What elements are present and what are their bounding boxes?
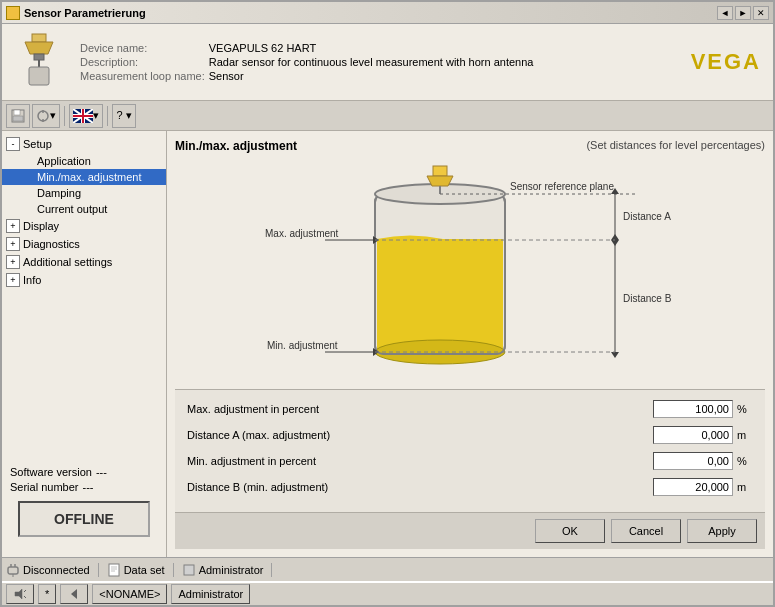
asterisk-btn[interactable]: * (38, 584, 56, 604)
description-value: Radar sensor for continuous level measur… (209, 55, 538, 69)
connection-status: Disconnected (6, 563, 99, 577)
sidebar-item-additional[interactable]: + Additional settings (2, 253, 166, 271)
software-version-row: Software version --- (10, 466, 158, 478)
diagram-svg-area: Sensor reference plane Distance A Distan… (175, 157, 765, 381)
dist-a-input-wrap: m (653, 426, 753, 444)
min-pct-input[interactable] (653, 452, 733, 470)
tools-icon (36, 109, 50, 123)
sidebar-item-damping[interactable]: Damping (2, 185, 166, 201)
toolbar: ▾ ▾ ? ▾ (2, 101, 773, 131)
diagram-area: Min./max. adjustment (Set distances for … (175, 139, 765, 381)
min-pct-label: Min. adjustment in percent (187, 455, 653, 467)
noname-label: <NONAME> (99, 588, 160, 600)
svg-rect-6 (14, 110, 20, 115)
svg-line-49 (24, 590, 26, 592)
min-pct-input-wrap: % (653, 452, 753, 470)
dist-b-unit: m (737, 481, 753, 493)
expand-display[interactable]: + (6, 219, 20, 233)
max-pct-input[interactable] (653, 400, 733, 418)
taskbar-admin-btn[interactable]: Administrator (171, 584, 250, 604)
expand-setup[interactable]: - (6, 137, 20, 151)
form-row-2: Distance A (max. adjustment) m (187, 426, 753, 444)
diagram-header: Min./max. adjustment (Set distances for … (175, 139, 765, 153)
sidebar-item-current[interactable]: Current output (2, 201, 166, 217)
dist-b-input[interactable] (653, 478, 733, 496)
apply-button[interactable]: Apply (687, 519, 757, 543)
expand-info[interactable]: + (6, 273, 20, 287)
main-panel: Min./max. adjustment (Set distances for … (167, 131, 773, 557)
admin-label: Administrator (199, 564, 264, 576)
save-button[interactable] (6, 104, 30, 128)
disconnected-icon (6, 563, 20, 577)
max-adj-text: Max. adjustment (265, 228, 339, 239)
svg-rect-47 (184, 565, 194, 575)
ok-button[interactable]: OK (535, 519, 605, 543)
status-bar: Disconnected Data set Administrator (2, 557, 773, 581)
dist-b-input-wrap: m (653, 478, 753, 496)
dist-b-label: Distance B (min. adjustment) (187, 481, 653, 493)
sidebar-item-application[interactable]: Application (2, 153, 166, 169)
device-name-value: VEGAPULS 62 HART (209, 41, 538, 55)
taskbar-admin-label: Administrator (178, 588, 243, 600)
title-bar-left: Sensor Parametrierung (6, 6, 146, 20)
device-name-label: Device name: (80, 41, 209, 55)
svg-marker-1 (25, 42, 53, 54)
doc-icon (107, 563, 121, 577)
back-icon (67, 587, 81, 601)
sidebar-item-setup[interactable]: - Setup (2, 135, 166, 153)
svg-rect-4 (29, 67, 49, 85)
sidebar-item-info[interactable]: + Info (2, 271, 166, 289)
sidebar-footer: Software version --- Serial number --- O… (2, 458, 166, 553)
dist-a-text: Distance A (623, 211, 671, 222)
taskbar: * <NONAME> Administrator (2, 581, 773, 605)
expand-additional[interactable]: + (6, 255, 20, 269)
language-button[interactable]: ▾ (69, 104, 103, 128)
admin-status: Administrator (182, 563, 273, 577)
back-nav-btn[interactable] (60, 584, 88, 604)
serial-number-row: Serial number --- (10, 481, 158, 493)
content-area: - Setup Application Min./max. adjustment… (2, 131, 773, 557)
sensor-icon (14, 32, 64, 92)
button-row: OK Cancel Apply (175, 512, 765, 549)
dist-b-text: Distance B (623, 293, 672, 304)
max-pct-label: Max. adjustment in percent (187, 403, 653, 415)
svg-rect-39 (8, 567, 18, 574)
dist-a-unit: m (737, 429, 753, 441)
max-pct-unit: % (737, 403, 753, 415)
svg-rect-23 (433, 166, 447, 176)
sensor-ref-text: Sensor reference plane (510, 181, 614, 192)
form-row-1: Max. adjustment in percent % (187, 400, 753, 418)
close-btn[interactable]: ✕ (753, 6, 769, 20)
dist-a-input[interactable] (653, 426, 733, 444)
dataset-icon (107, 563, 121, 577)
separator-1 (64, 106, 65, 126)
form-row-4: Distance B (min. adjustment) m (187, 478, 753, 496)
forward-btn[interactable]: ► (735, 6, 751, 20)
save-icon (11, 109, 25, 123)
sidebar-item-display[interactable]: + Display (2, 217, 166, 235)
svg-line-50 (24, 596, 26, 598)
sidebar-item-diagnostics[interactable]: + Diagnostics (2, 235, 166, 253)
measurement-loop-value: Sensor (209, 69, 538, 83)
svg-marker-24 (427, 176, 453, 186)
main-window: Sensor Parametrierung ◄ ► ✕ Device name: (0, 0, 775, 607)
sidebar: - Setup Application Min./max. adjustment… (2, 131, 167, 557)
vega-logo: VEGA (691, 49, 761, 75)
svg-rect-17 (73, 115, 93, 117)
diagram-subtitle: (Set distances for level percentages) (586, 139, 765, 153)
sound-btn[interactable] (6, 584, 34, 604)
speaker-icon (13, 587, 27, 601)
sidebar-item-min-max[interactable]: Min./max. adjustment (2, 169, 166, 185)
expand-diagnostics[interactable]: + (6, 237, 20, 251)
svg-marker-48 (15, 589, 22, 599)
back-btn[interactable]: ◄ (717, 6, 733, 20)
dataset-status: Data set (107, 563, 174, 577)
min-adj-text: Min. adjustment (267, 340, 338, 351)
offline-badge: OFFLINE (18, 501, 150, 537)
cancel-button[interactable]: Cancel (611, 519, 681, 543)
noname-btn[interactable]: <NONAME> (92, 584, 167, 604)
title-bar: Sensor Parametrierung ◄ ► ✕ (2, 2, 773, 24)
help-button[interactable]: ? ▾ (112, 104, 136, 128)
tools-button[interactable]: ▾ (32, 104, 60, 128)
form-area: Max. adjustment in percent % Distance A … (175, 389, 765, 512)
